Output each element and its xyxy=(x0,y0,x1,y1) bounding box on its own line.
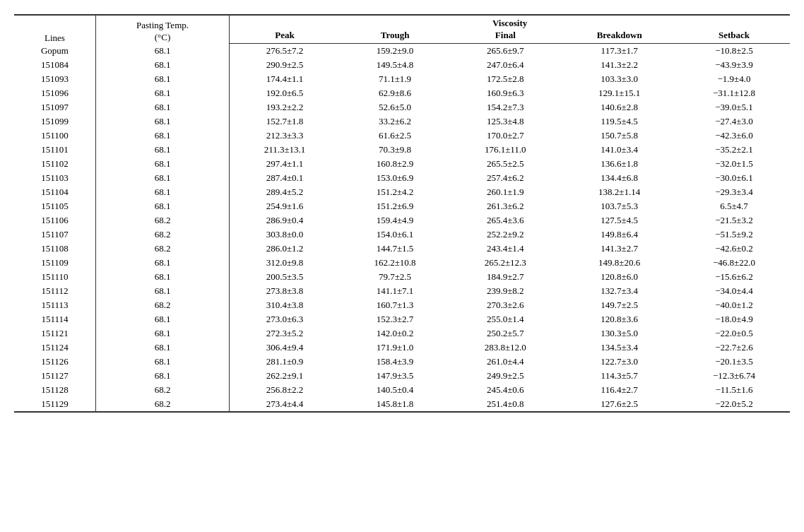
cell-breakdown: 149.8±6.4 xyxy=(560,227,678,242)
cell-setback: −22.0±0.5 xyxy=(678,326,790,341)
cell-line: 151102 xyxy=(14,157,95,171)
cell-setback: −34.0±4.4 xyxy=(678,284,790,298)
cell-setback: −43.9±3.9 xyxy=(678,58,790,72)
cell-peak: 286.0±1.2 xyxy=(230,242,340,256)
cell-breakdown: 149.8±20.6 xyxy=(560,256,678,270)
cell-breakdown: 130.3±5.0 xyxy=(560,326,678,341)
cell-peak: 289.4±5.2 xyxy=(230,185,340,199)
table-row: 15109968.1152.7±1.833.2±6.2125.3±4.8119.… xyxy=(14,114,790,129)
col-header-setback: Setback xyxy=(678,29,790,44)
cell-breakdown: 127.6±2.5 xyxy=(560,397,678,412)
cell-breakdown: 122.7±3.0 xyxy=(560,355,678,369)
cell-pasting: 68.1 xyxy=(95,44,229,59)
cell-final: 249.9±2.5 xyxy=(450,369,560,383)
cell-peak: 276.5±7.2 xyxy=(230,44,340,59)
cell-pasting: 68.1 xyxy=(95,157,229,171)
cell-final: 243.4±1.4 xyxy=(450,242,560,256)
col-header-trough: Trough xyxy=(340,29,450,44)
cell-breakdown: 150.7±5.8 xyxy=(560,129,678,143)
cell-peak: 290.9±2.5 xyxy=(230,58,340,72)
table-row: 15111368.2310.4±3.8160.7±1.3270.3±2.6149… xyxy=(14,298,790,312)
table-row: 15111268.1273.8±3.8141.1±7.1239.9±8.2132… xyxy=(14,284,790,298)
cell-line: 151084 xyxy=(14,58,95,72)
cell-trough: 140.5±0.4 xyxy=(340,383,450,397)
cell-final: 260.1±1.9 xyxy=(450,185,560,199)
cell-pasting: 68.1 xyxy=(95,270,229,284)
cell-trough: 142.0±0.2 xyxy=(340,326,450,341)
cell-final: 160.9±6.3 xyxy=(450,86,560,100)
cell-peak: 297.4±1.1 xyxy=(230,157,340,171)
table-row: Gopum68.1276.5±7.2159.2±9.0265.6±9.7117.… xyxy=(14,44,790,59)
cell-setback: −32.0±1.5 xyxy=(678,157,790,171)
cell-peak: 211.3±13.1 xyxy=(230,143,340,157)
cell-final: 257.4±6.2 xyxy=(450,171,560,185)
table-row: 15110968.1312.0±9.8162.2±10.8265.2±12.31… xyxy=(14,256,790,270)
cell-pasting: 68.1 xyxy=(95,185,229,199)
col-header-viscosity: Viscosity xyxy=(230,15,790,29)
cell-trough: 141.1±7.1 xyxy=(340,284,450,298)
cell-trough: 144.7±1.5 xyxy=(340,242,450,256)
cell-line: 151110 xyxy=(14,270,95,284)
cell-trough: 33.2±6.2 xyxy=(340,114,450,129)
cell-trough: 149.5±4.8 xyxy=(340,58,450,72)
cell-pasting: 68.1 xyxy=(95,341,229,355)
cell-line: 151100 xyxy=(14,129,95,143)
cell-setback: −1.9±4.0 xyxy=(678,72,790,86)
cell-setback: −12.3±6.74 xyxy=(678,369,790,383)
cell-final: 261.0±4.4 xyxy=(450,355,560,369)
cell-line: 151103 xyxy=(14,171,95,185)
cell-setback: −35.2±2.1 xyxy=(678,143,790,157)
cell-setback: −42.3±6.0 xyxy=(678,129,790,143)
cell-trough: 162.2±10.8 xyxy=(340,256,450,270)
cell-breakdown: 141.3±2.7 xyxy=(560,242,678,256)
cell-setback: −46.8±22.0 xyxy=(678,256,790,270)
cell-breakdown: 103.7±5.3 xyxy=(560,199,678,213)
cell-final: 125.3±4.8 xyxy=(450,114,560,129)
cell-pasting: 68.2 xyxy=(95,213,229,227)
cell-line: 151097 xyxy=(14,100,95,114)
cell-peak: 273.4±4.4 xyxy=(230,397,340,412)
cell-final: 245.4±0.6 xyxy=(450,383,560,397)
cell-peak: 212.3±3.3 xyxy=(230,129,340,143)
cell-trough: 158.4±3.9 xyxy=(340,355,450,369)
data-table: Lines Pasting Temp. (°C) Viscosity Peak … xyxy=(14,14,790,413)
cell-pasting: 68.1 xyxy=(95,58,229,72)
cell-trough: 151.2±4.2 xyxy=(340,185,450,199)
cell-setback: −22.0±5.2 xyxy=(678,397,790,412)
cell-peak: 174.4±1.1 xyxy=(230,72,340,86)
cell-setback: −22.7±2.6 xyxy=(678,341,790,355)
cell-breakdown: 134.5±3.4 xyxy=(560,341,678,355)
table-row: 15110368.1287.4±0.1153.0±6.9257.4±6.2134… xyxy=(14,171,790,185)
cell-pasting: 68.1 xyxy=(95,284,229,298)
cell-breakdown: 141.3±2.2 xyxy=(560,58,678,72)
cell-final: 176.1±11.0 xyxy=(450,143,560,157)
cell-final: 154.2±7.3 xyxy=(450,100,560,114)
cell-trough: 145.8±1.8 xyxy=(340,397,450,412)
cell-trough: 151.2±6.9 xyxy=(340,199,450,213)
table-row: 15110668.2286.9±0.4159.4±4.9265.4±3.6127… xyxy=(14,213,790,227)
cell-pasting: 68.1 xyxy=(95,129,229,143)
cell-final: 247.0±6.4 xyxy=(450,58,560,72)
cell-breakdown: 140.6±2.8 xyxy=(560,100,678,114)
cell-trough: 159.4±4.9 xyxy=(340,213,450,227)
cell-line: 151105 xyxy=(14,199,95,213)
cell-pasting: 68.2 xyxy=(95,242,229,256)
cell-line: 151124 xyxy=(14,341,95,355)
cell-trough: 79.7±2.5 xyxy=(340,270,450,284)
table-row: 15112968.2273.4±4.4145.8±1.8251.4±0.8127… xyxy=(14,397,790,412)
cell-final: 172.5±2.8 xyxy=(450,72,560,86)
cell-trough: 61.6±2.5 xyxy=(340,129,450,143)
cell-setback: −20.1±3.5 xyxy=(678,355,790,369)
cell-peak: 273.8±3.8 xyxy=(230,284,340,298)
cell-final: 261.3±6.2 xyxy=(450,199,560,213)
table-row: 15110568.1254.9±1.6151.2±6.9261.3±6.2103… xyxy=(14,199,790,213)
cell-pasting: 68.1 xyxy=(95,369,229,383)
table-row: 15110868.2286.0±1.2144.7±1.5243.4±1.4141… xyxy=(14,242,790,256)
cell-line: 151108 xyxy=(14,242,95,256)
cell-final: 270.3±2.6 xyxy=(450,298,560,312)
cell-peak: 286.9±0.4 xyxy=(230,213,340,227)
cell-trough: 154.0±6.1 xyxy=(340,227,450,242)
cell-line: 151126 xyxy=(14,355,95,369)
cell-final: 251.4±0.8 xyxy=(450,397,560,412)
cell-line: 151107 xyxy=(14,227,95,242)
